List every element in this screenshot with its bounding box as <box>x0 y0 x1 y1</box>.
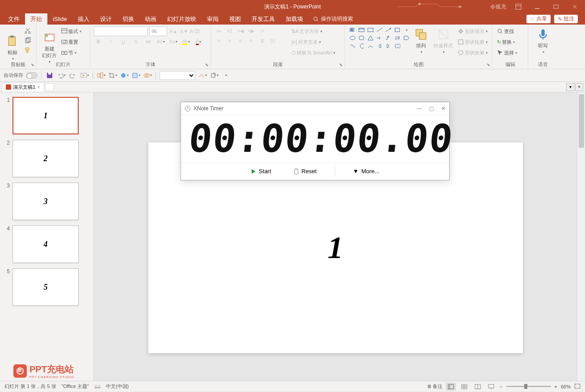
spellcheck-icon[interactable]: 📖 <box>94 384 101 389</box>
tab-design[interactable]: 设计 <box>95 13 117 25</box>
align-objects-icon[interactable]: ▾ <box>97 71 105 80</box>
section-button[interactable]: 节▾ <box>60 48 82 58</box>
arrange-button[interactable]: 排列▾ <box>412 26 430 55</box>
reading-view-icon[interactable] <box>473 383 483 391</box>
slide-thumb-1[interactable]: 1 1 <box>4 97 90 134</box>
reset-button[interactable]: 重置 <box>60 37 82 47</box>
shape-outline-button[interactable]: 形状轮廓▾ <box>457 37 488 47</box>
distribute-icon[interactable]: ≣ <box>257 36 266 45</box>
xnote-more-button[interactable]: ▼ More... <box>349 166 384 176</box>
xnote-reset-button[interactable]: Reset <box>289 166 321 176</box>
tab-view[interactable]: 视图 <box>224 13 246 25</box>
tab-animations[interactable]: 动画 <box>139 13 162 25</box>
rotate-icon[interactable]: ▾ <box>210 71 219 80</box>
minimize-icon[interactable] <box>530 2 544 11</box>
xnote-close-icon[interactable]: ✕ <box>441 105 446 112</box>
shape-effects-button[interactable]: 形状效果▾ <box>457 48 488 58</box>
tab-scroll-dropdown[interactable]: ▾ <box>566 83 574 91</box>
dictate-button[interactable]: 听写▾ <box>532 26 554 55</box>
launcher-icon[interactable]: ⬊ <box>205 63 209 67</box>
more-qat-icon[interactable]: ▾ <box>221 71 230 80</box>
comments-button[interactable]: ✎批注 <box>554 15 578 23</box>
increase-font-icon[interactable]: A▲ <box>169 27 178 36</box>
share-button[interactable]: ☞共享 <box>526 15 551 23</box>
strike-button[interactable]: ab <box>144 37 153 46</box>
tab-review[interactable]: 审阅 <box>202 13 224 25</box>
slide-content-text[interactable]: 1 <box>328 230 343 266</box>
undo-icon[interactable]: ▾ <box>57 71 66 80</box>
shadow-button[interactable]: S <box>131 37 140 46</box>
tab-transitions[interactable]: 切换 <box>117 13 139 25</box>
bold-button[interactable]: B <box>94 37 103 46</box>
zoom-slider[interactable] <box>506 386 551 387</box>
save-icon[interactable] <box>45 71 54 80</box>
xnote-start-button[interactable]: Start <box>246 166 275 176</box>
font-size-input[interactable] <box>149 26 167 36</box>
layout-button[interactable]: 版式▾ <box>60 26 82 36</box>
tell-me-search[interactable]: 操作说明搜索 <box>313 15 353 23</box>
launcher-icon[interactable]: ⬊ <box>31 63 34 67</box>
zoom-in-icon predicate[interactable]: + <box>555 384 557 389</box>
numbering-icon[interactable]: ≡1 <box>225 26 234 35</box>
qat-shape-select[interactable] <box>160 71 195 80</box>
color-fill-icon[interactable]: ▾ <box>120 71 129 80</box>
align-left-icon[interactable]: ≡ <box>215 36 223 45</box>
tab-islide[interactable]: iSlide <box>47 13 72 25</box>
tab-file[interactable]: 文件 <box>3 13 25 25</box>
maximize-icon[interactable] <box>549 2 563 11</box>
tab-close-all[interactable]: × <box>575 83 583 91</box>
replace-button[interactable]: ↻替换▾ <box>496 37 524 47</box>
zoom-level[interactable]: 66% <box>561 384 571 389</box>
justify-icon[interactable]: ≡ <box>247 36 256 45</box>
select-button[interactable]: 选择▾ <box>496 48 524 58</box>
shapes-more-icon[interactable]: ▾ <box>406 28 408 32</box>
align-text-button[interactable]: [≡]对齐文本▾ <box>290 37 336 47</box>
underline-button[interactable]: U <box>119 37 128 46</box>
smartart-button[interactable]: ⬡转换为 SmartArt▾ <box>290 48 336 58</box>
line-spacing-icon[interactable]: ↕≡ <box>257 26 266 35</box>
spacing-button[interactable]: AV▾ <box>156 37 165 46</box>
notes-toggle[interactable]: ≣ 备注 <box>427 383 442 390</box>
ribbon-options-icon[interactable] <box>512 2 525 11</box>
tab-devtools[interactable]: 开发工具 <box>246 13 280 25</box>
find-button[interactable]: 查找 <box>496 26 524 36</box>
xnote-timer-window[interactable]: XNote Timer ― ▢ ✕ 00:00:00.00 Start Rese… <box>181 102 450 180</box>
new-tab-button[interactable] <box>45 83 54 91</box>
slide-counter[interactable]: 幻灯片 第 1 张，共 5 张 <box>4 383 56 390</box>
slide-thumb-3[interactable]: 3 3 <box>4 183 90 220</box>
shape-tool-icon[interactable]: ▾ <box>131 71 140 80</box>
xnote-maximize-icon[interactable]: ▢ <box>429 105 434 112</box>
normal-view-icon[interactable] <box>446 383 456 391</box>
vertical-scrollbar[interactable] <box>577 92 585 381</box>
indent-dec-icon[interactable]: ≡◀ <box>236 26 245 35</box>
close-icon[interactable] <box>568 2 581 11</box>
start-slideshow-icon[interactable]: ▾ <box>80 71 89 80</box>
shapes-gallery[interactable]: A ▾ <box>349 26 410 50</box>
scrollbar-thumb[interactable] <box>579 94 584 148</box>
columns-icon[interactable]: ▯▯ <box>268 36 277 45</box>
launcher-icon[interactable]: ⬊ <box>339 63 343 67</box>
indent-inc-icon[interactable]: ≡▶ <box>247 26 256 35</box>
sorter-view-icon[interactable] <box>459 383 469 391</box>
slide-thumb-4[interactable]: 4 4 <box>4 225 90 263</box>
autosave-toggle[interactable] <box>26 72 38 79</box>
launcher-icon[interactable]: ⬊ <box>487 63 490 67</box>
zoom-out-icon[interactable]: − <box>500 384 502 389</box>
edit-shape-icon[interactable]: ▾ <box>198 71 207 80</box>
xnote-minimize-icon[interactable]: ― <box>417 105 422 112</box>
slideshow-view-icon[interactable] <box>486 383 496 391</box>
decrease-font-icon[interactable]: A▼ <box>180 27 189 36</box>
crop-icon[interactable]: ▾ <box>108 71 117 80</box>
highlight-button[interactable]: ab▾ <box>181 37 190 46</box>
bullets-icon[interactable]: ≡• <box>215 26 223 35</box>
align-center-icon[interactable]: ≡ <box>225 36 234 45</box>
redo-icon[interactable] <box>68 71 77 80</box>
tab-slideshow[interactable]: 幻灯片放映 <box>162 13 202 25</box>
align-right-icon[interactable]: ≡ <box>236 36 245 45</box>
slide-thumbnail-panel[interactable]: 1 1 2 2 3 3 4 4 5 5 <box>0 92 94 381</box>
tab-insert[interactable]: 插入 <box>72 13 95 25</box>
theme-name[interactable]: "Office 主题" <box>62 383 89 390</box>
copy-button[interactable] <box>23 36 32 45</box>
close-tab-icon[interactable]: × <box>37 84 40 90</box>
font-family-input[interactable] <box>94 26 147 36</box>
